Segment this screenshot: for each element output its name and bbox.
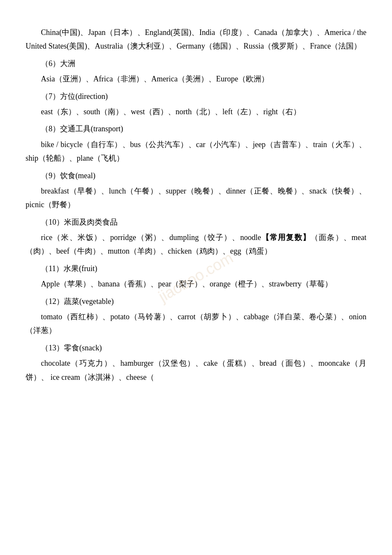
section-ricemeat: （10）米面及肉类食品 rice（米、米饭）、porridge（粥）、dumpl…	[26, 215, 366, 258]
section-continents: （6）大洲 Asia（亚洲）、Africa（非洲）、America（美洲）、Eu…	[26, 57, 366, 86]
section-transport-heading: （8）交通工具(transport)	[26, 122, 366, 136]
section-fruit-heading: （11）水果(fruit)	[26, 262, 366, 275]
section-continents-content: Asia（亚洲）、Africa（非洲）、America（美洲）、Europe（欧…	[26, 72, 366, 86]
section-transport-content: bike / bicycle（自行车）、bus（公共汽车）、car（小汽车）、j…	[26, 138, 366, 165]
section-snack-content: chocolate（巧克力）、hamburger（汉堡包）、cake（蛋糕）、b…	[26, 356, 366, 384]
bold-note: 【常用复数】	[261, 233, 311, 242]
section-continents-heading: （6）大洲	[26, 57, 366, 70]
section-vegetable: （12）蔬菜(vegetable) tomato（西红柿）、potato（马铃薯…	[26, 295, 366, 338]
section-meal: （9）饮食(meal) breakfast（早餐）、lunch（午餐）、supp…	[26, 169, 366, 212]
section-direction: （7）方位(direction) east（东）、south（南）、west（西…	[26, 90, 366, 119]
section-countries-content: China(中国)、Japan（日本）、England(英国)、India（印度…	[26, 26, 366, 53]
section-meal-heading: （9）饮食(meal)	[26, 169, 366, 182]
section-meal-content: breakfast（早餐）、lunch（午餐）、supper（晚餐）、dinne…	[26, 184, 366, 212]
section-direction-content: east（东）、south（南）、west（西）、north（北）、left（左…	[26, 105, 366, 119]
section-ricemeat-content: rice（米、米饭）、porridge（粥）、dumpling（饺子）、nood…	[26, 231, 366, 258]
section-snack-heading: （13）零食(snack)	[26, 341, 366, 355]
section-ricemeat-heading: （10）米面及肉类食品	[26, 215, 366, 229]
section-fruit-content: Apple（苹果）、banana（香蕉）、pear（梨子）、orange（橙子）…	[26, 277, 366, 291]
section-vegetable-heading: （12）蔬菜(vegetable)	[26, 295, 366, 308]
section-direction-heading: （7）方位(direction)	[26, 90, 366, 103]
page-content: China(中国)、Japan（日本）、England(英国)、India（印度…	[26, 26, 366, 384]
section-vegetable-content: tomato（西红柿）、potato（马铃薯）、carrot（胡萝卜）、cabb…	[26, 310, 366, 338]
section-transport: （8）交通工具(transport) bike / bicycle（自行车）、b…	[26, 122, 366, 165]
section-fruit: （11）水果(fruit) Apple（苹果）、banana（香蕉）、pear（…	[26, 262, 366, 291]
section-snack: （13）零食(snack) chocolate（巧克力）、hamburger（汉…	[26, 341, 366, 384]
